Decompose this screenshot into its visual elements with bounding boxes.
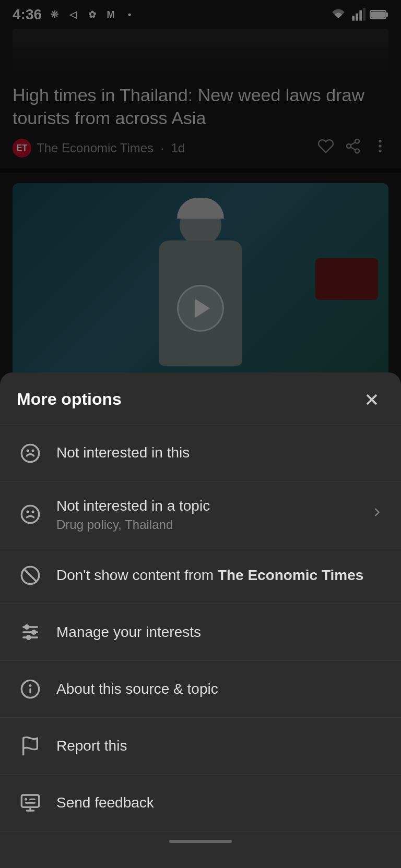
dont-show-content: Don't show content from The Economic Tim…	[56, 566, 384, 585]
svg-rect-36	[21, 795, 39, 807]
bottom-sheet-header: More options	[0, 372, 401, 425]
menu-item-manage-interests[interactable]: Manage your interests	[0, 604, 401, 661]
svg-point-30	[32, 631, 36, 634]
about-source-label: About this source & topic	[56, 680, 384, 698]
not-interested-label: Not interested in this	[56, 443, 384, 462]
info-icon	[17, 676, 44, 703]
svg-point-31	[27, 636, 30, 640]
menu-item-not-interested-topic[interactable]: Not interested in a topic Drug policy, T…	[0, 482, 401, 547]
not-interested-topic-label: Not interested in a topic	[56, 497, 370, 515]
chevron-right-icon	[370, 505, 384, 523]
not-interested-topic-icon	[17, 501, 44, 528]
close-button[interactable]	[359, 387, 384, 412]
bottom-nav-indicator	[0, 831, 401, 847]
not-interested-content: Not interested in this	[56, 443, 384, 462]
menu-item-about-source[interactable]: About this source & topic	[0, 661, 401, 718]
menu-item-feedback[interactable]: Send feedback	[0, 775, 401, 831]
about-source-content: About this source & topic	[56, 680, 384, 698]
block-icon	[17, 562, 44, 589]
svg-point-29	[25, 625, 29, 629]
menu-item-report[interactable]: Report this	[0, 718, 401, 775]
feedback-content: Send feedback	[56, 793, 384, 812]
menu-item-dont-show[interactable]: Don't show content from The Economic Tim…	[0, 547, 401, 604]
not-interested-topic-content: Not interested in a topic Drug policy, T…	[56, 497, 370, 532]
dont-show-label: Don't show content from The Economic Tim…	[56, 566, 384, 585]
manage-interests-content: Manage your interests	[56, 623, 384, 642]
report-content: Report this	[56, 737, 384, 755]
manage-interests-label: Manage your interests	[56, 623, 384, 642]
bottom-sheet: More options Not interested in this	[0, 372, 401, 868]
not-interested-icon	[17, 440, 44, 467]
sliders-icon	[17, 619, 44, 646]
svg-point-21	[21, 505, 39, 523]
bottom-sheet-title: More options	[17, 390, 122, 409]
feedback-label: Send feedback	[56, 793, 384, 812]
menu-item-not-interested[interactable]: Not interested in this	[0, 425, 401, 482]
flag-icon	[17, 732, 44, 760]
svg-line-25	[24, 569, 37, 582]
feedback-icon	[17, 789, 44, 816]
nav-pill	[169, 840, 232, 843]
report-label: Report this	[56, 737, 384, 755]
not-interested-topic-sublabel: Drug policy, Thailand	[56, 517, 370, 532]
